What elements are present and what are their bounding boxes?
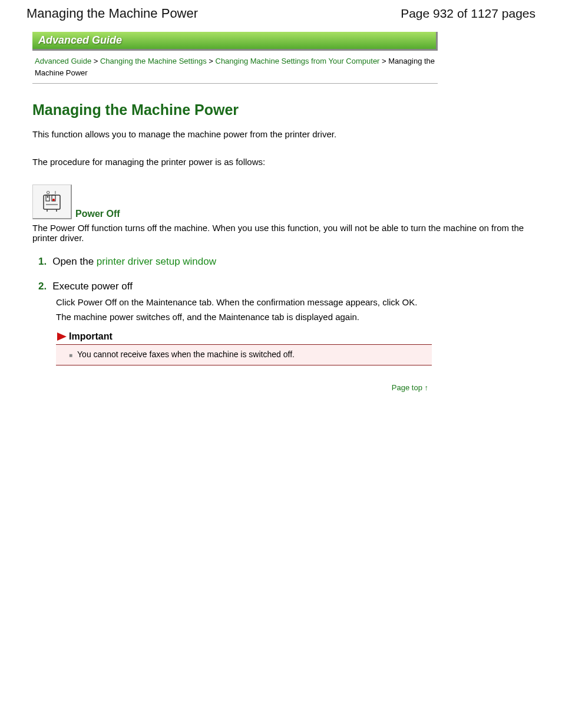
breadcrumb-link-advanced-guide[interactable]: Advanced Guide	[35, 57, 91, 65]
breadcrumb-sep: >	[209, 57, 215, 65]
printer-driver-setup-window-link[interactable]: printer driver setup window	[97, 256, 216, 267]
step-body: Click Power Off on the Maintenance tab. …	[56, 297, 535, 322]
step-title: Open the printer driver setup window	[52, 256, 216, 268]
banner-text: Advanced Guide	[38, 34, 122, 47]
step-title-text: Open the	[52, 256, 97, 267]
intro-paragraph-1: This function allows you to manage the m…	[32, 129, 535, 139]
breadcrumb-link-changing-machine-settings[interactable]: Changing the Machine Settings	[100, 57, 207, 65]
important-item: You cannot receive faxes when the machin…	[77, 350, 295, 359]
power-off-description: The Power Off function turns off the mac…	[32, 223, 535, 243]
power-off-label: Power Off	[75, 209, 120, 219]
intro-paragraph-2: The procedure for managing the printer p…	[32, 157, 535, 167]
bullet-icon: ■	[69, 352, 72, 358]
step-body-line: The machine power switches off, and the …	[56, 312, 535, 322]
flag-icon	[57, 332, 67, 341]
step-title: Execute power off	[52, 281, 133, 292]
breadcrumb-sep: >	[94, 57, 100, 65]
power-off-printer-icon: O I	[39, 188, 65, 216]
important-box: Important ■You cannot receive faxes when…	[56, 331, 432, 365]
svg-rect-3	[46, 195, 49, 201]
page-top-label: Page top	[392, 383, 422, 392]
step-number: 1.	[38, 256, 47, 268]
important-label: Important	[69, 331, 113, 342]
svg-point-4	[47, 196, 49, 197]
breadcrumb-sep: >	[382, 57, 388, 65]
breadcrumb: Advanced Guide > Changing the Machine Se…	[32, 53, 438, 84]
svg-text:I: I	[55, 190, 56, 195]
arrow-up-icon: ↑	[425, 383, 429, 392]
page-top-row: Page top ↑	[32, 383, 428, 392]
power-off-icon-box: O I	[32, 185, 72, 219]
page-header: Managing the Machine Power Page 932 of 1…	[27, 6, 535, 21]
heading-main: Managing the Machine Power	[32, 101, 535, 118]
step-body-line: Click Power Off on the Maintenance tab. …	[56, 297, 535, 307]
step-1: 1. Open the printer driver setup window	[38, 256, 535, 268]
breadcrumb-link-from-computer[interactable]: Changing Machine Settings from Your Comp…	[216, 57, 380, 65]
page-top-link[interactable]: Page top	[392, 383, 425, 392]
step-number: 2.	[38, 281, 47, 292]
important-header: Important	[56, 331, 432, 345]
important-body: ■You cannot receive faxes when the machi…	[56, 345, 432, 365]
banner-advanced-guide: Advanced Guide	[32, 32, 438, 51]
step-2: 2. Execute power off Click Power Off on …	[38, 281, 535, 365]
svg-text:O: O	[47, 190, 50, 195]
page-title-top: Managing the Machine Power	[27, 6, 198, 21]
page-indicator: Page 932 of 1127 pages	[401, 6, 535, 21]
svg-point-6	[52, 199, 55, 201]
